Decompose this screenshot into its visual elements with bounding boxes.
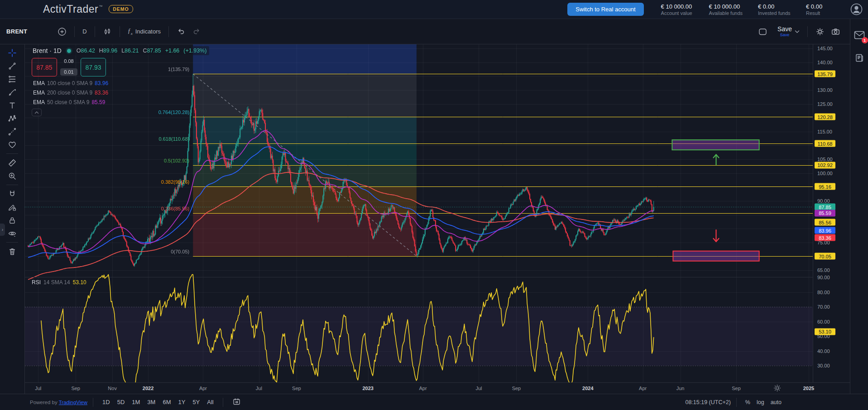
demo-badge: DEMO (109, 5, 133, 13)
goto-date-button[interactable] (229, 396, 245, 409)
tool-xabcd-pattern[interactable] (4, 112, 20, 125)
tool-fib-retracement[interactable] (4, 72, 20, 86)
indicator-row-ema50[interactable]: EMA 50 close 0 SMA 9 85.59 (32, 99, 106, 106)
time-label: Apr (639, 386, 647, 391)
high-label: H (99, 48, 103, 54)
close-value: 87.85 (147, 48, 161, 54)
session-clock[interactable]: 08:15:19 (UTC+2) (685, 399, 730, 405)
symbol-interval-label[interactable]: Brent · 1D (33, 47, 62, 54)
layout-select-button[interactable] (755, 25, 771, 38)
symbol-label[interactable]: BRENT (6, 28, 27, 35)
logo: ActivTrader ™ DEMO (43, 3, 133, 15)
tool-magnet[interactable] (4, 187, 20, 200)
watchlist-expander[interactable]: › (0, 224, 5, 236)
price-tick: 125.00 (817, 101, 833, 107)
chart-region[interactable]: 1(135.79)0.764(120.28)0.618(110.68)0.5(1… (25, 44, 813, 382)
theme-sun-button[interactable] (773, 384, 781, 394)
stat-available-funds: € 10 000.00 Available funds (709, 3, 743, 16)
tool-text[interactable] (4, 99, 20, 112)
tool-remove-drawings[interactable] (4, 245, 20, 258)
indicator-row-ema200[interactable]: EMA 200 close 0 SMA 9 83.36 (32, 89, 110, 96)
time-axis[interactable]: JulSepNov2022AprJulSep2023AprJulSep2024A… (25, 382, 850, 394)
stat-value: € 0.00 (758, 3, 791, 10)
toolbar-right: Save Save (755, 24, 844, 39)
timeframe-3M[interactable]: 3M (144, 397, 159, 407)
tool-lock-all[interactable] (4, 214, 20, 227)
time-label: Sep (732, 386, 741, 391)
undo-button[interactable] (173, 25, 189, 38)
chart-type-button[interactable] (100, 25, 115, 38)
indicator-params: 200 close 0 SMA 9 (47, 90, 92, 96)
price-axis[interactable]: 145.00140.00130.00125.00115.00105.00100.… (813, 44, 850, 382)
tool-zoom-in[interactable] (4, 169, 20, 182)
undo-icon (177, 27, 186, 36)
tool-measure[interactable] (4, 156, 20, 169)
switch-to-real-button[interactable]: Switch to Real account (567, 3, 643, 16)
log-scale-button[interactable]: log (753, 397, 767, 407)
timeframe-6M[interactable]: 6M (159, 397, 174, 407)
indicator-row-ema100[interactable]: EMA 100 close 0 SMA 9 83.96 (32, 80, 110, 87)
chart-legend: Brent · 1D O86.42 H89.96 L86.21 C87.85 +… (32, 46, 209, 116)
forecast-icon (8, 127, 17, 136)
rsi-tick: 30.00 (817, 363, 830, 368)
tool-crosshair[interactable] (4, 46, 20, 59)
rsi-tick: 40.00 (817, 348, 830, 354)
open-label: O (77, 48, 81, 54)
indicators-button[interactable]: ƒx Indicators (125, 25, 164, 38)
price-badge: 102.92 (815, 162, 835, 168)
timeframe-1M[interactable]: 1M (128, 397, 144, 407)
auto-scale-button[interactable]: auto (767, 397, 785, 407)
fx-icon: ƒx (128, 28, 133, 36)
buy-ask-button[interactable]: 87.93 (81, 58, 106, 76)
trend-line-icon (8, 62, 17, 71)
timeframe-5D[interactable]: 5D (114, 397, 129, 407)
snapshot-button[interactable] (828, 25, 844, 38)
save-layout-button[interactable]: Save Save (774, 24, 803, 39)
price-badge: 83.36 (815, 234, 835, 241)
notifications-button[interactable]: 1 (854, 31, 865, 41)
price-badge: 85.56 (815, 219, 835, 226)
legend-collapse-button[interactable] (32, 109, 42, 116)
price-badge: 53.10 (815, 328, 835, 335)
divider (93, 398, 93, 407)
percent-scale-button[interactable]: % (742, 397, 753, 407)
timeframe-1Y[interactable]: 1Y (174, 397, 189, 407)
tool-drawing-lock-mode[interactable] (4, 200, 20, 214)
tool-forecast[interactable] (4, 125, 20, 138)
tool-emoji[interactable] (4, 138, 20, 151)
chart-settings-button[interactable] (812, 25, 828, 38)
powered-by-text: Powered by (30, 400, 58, 405)
brush-icon (8, 88, 17, 97)
sell-bid-button[interactable]: 87.85 (32, 58, 57, 76)
activtrader-app: ActivTrader ™ DEMO Switch to Real accoun… (0, 0, 868, 410)
price-tick: 100.00 (817, 171, 833, 176)
tool-trend-line[interactable] (4, 59, 20, 72)
compare-add-symbol-button[interactable] (54, 25, 70, 38)
rsi-legend[interactable]: RSI 14 SMA 14 53.10 (32, 279, 86, 286)
timeframe-5Y[interactable]: 5Y (189, 397, 203, 407)
time-label: Apr (199, 386, 207, 391)
tradingview-link[interactable]: TradingView (59, 400, 87, 405)
indicator-params: 50 close 0 SMA 9 (47, 99, 89, 105)
redo-button[interactable] (189, 25, 204, 38)
time-label: Sep (71, 386, 80, 391)
candlestick-icon (103, 27, 112, 36)
news-button[interactable] (854, 53, 864, 65)
save-sync-label: Save (780, 33, 790, 37)
eye-icon (8, 229, 17, 238)
account-stats: € 10 000.00 Account value € 10 000.00 Av… (661, 3, 839, 16)
indicator-value: 85.59 (91, 99, 105, 105)
plus-circle-icon (58, 27, 67, 36)
interval-button[interactable]: D (79, 26, 90, 37)
user-avatar[interactable] (850, 3, 863, 15)
timeframe-All[interactable]: All (203, 397, 217, 407)
fib-level-label: 0.618(110.68) (159, 136, 190, 142)
indicator-params: 100 close 0 SMA 9 (47, 80, 92, 86)
tool-brush[interactable] (4, 86, 20, 99)
divider (6, 242, 18, 243)
timeframe-1D[interactable]: 1D (99, 397, 114, 407)
tool-hide-drawings[interactable] (4, 227, 20, 240)
time-label: Jul (475, 386, 482, 391)
drawing-toolbar (0, 44, 25, 394)
indicator-name: EMA (33, 80, 45, 86)
